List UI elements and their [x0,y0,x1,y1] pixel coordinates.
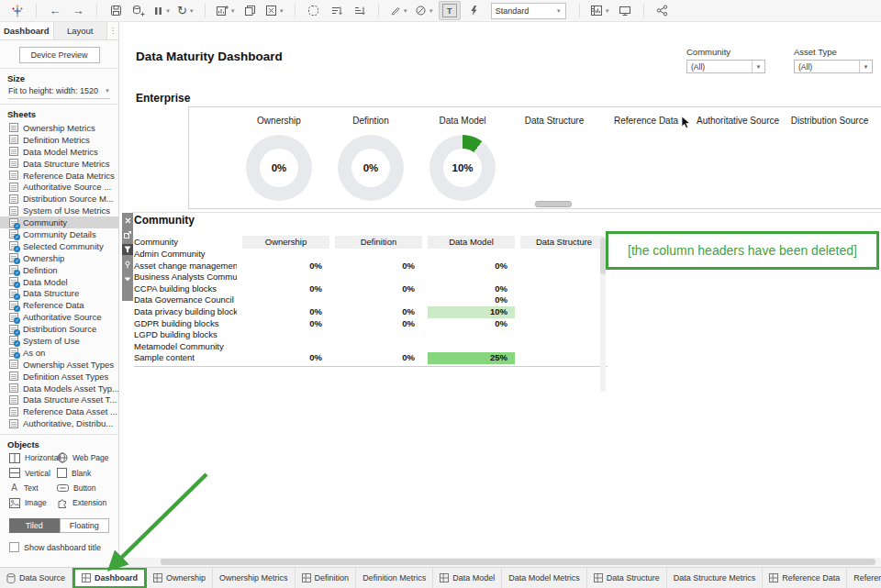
bottom-tab-data-structure[interactable]: Data Structure [587,568,667,588]
bottom-tab-definition-metrics[interactable]: Definition Metrics [356,568,433,588]
fix-axes-button[interactable] [463,2,484,19]
bottom-tab-ownership-metrics[interactable]: Ownership Metrics [213,568,296,588]
table-row-name[interactable]: Asset change management [134,261,237,272]
cell-data-structure[interactable] [520,272,608,283]
sheet-item-definition-metrics[interactable]: Definition Metrics [0,134,118,146]
remove-zone-icon[interactable] [122,215,133,226]
object-text[interactable]: AText [9,483,57,493]
sheet-item-community-details[interactable]: ✓Community Details [0,228,118,240]
object-blank[interactable]: Blank [57,468,115,478]
sheet-item-community[interactable]: ✓Community [0,216,118,228]
object-extension[interactable]: Extension [57,497,115,508]
enterprise-scrollbar-handle[interactable] [535,201,572,207]
fit-select[interactable]: Standard ▼ [491,3,566,19]
show-dashboard-title-checkbox[interactable] [9,542,19,552]
table-row-name[interactable]: LGPD building blocks [134,329,237,341]
sheet-item-definition-asset-types[interactable]: Definition Asset Types [0,371,118,383]
community-filter-select[interactable]: (All) ▼ [686,60,765,73]
sheet-item-authoritative-source[interactable]: ✓Authoritative Source [0,311,118,323]
sheet-item-distribution-source[interactable]: ✓Distribution Source [0,323,118,335]
sheet-item-system-of-use[interactable]: ✓System of Use [0,335,118,347]
cell-ownership[interactable]: 0% [242,352,329,364]
sheet-item-system-of-use-metrics[interactable]: System of Use Metrics [0,205,118,216]
cell-data-model[interactable]: 10% [428,306,515,318]
undo-button[interactable]: ← [45,2,65,19]
cell-data-structure[interactable] [520,352,608,364]
cell-ownership[interactable] [242,249,329,261]
cell-data-model[interactable]: 25% [428,352,515,364]
cell-ownership[interactable] [242,329,329,341]
sheet-item-data-structure-metrics[interactable]: Data Structure Metrics [0,158,118,170]
bottom-tab-dashboard[interactable]: Dashboard [72,567,147,588]
tiled-button[interactable]: Tiled [9,518,60,533]
cell-data-structure[interactable] [520,261,608,272]
cell-data-model[interactable] [428,249,515,261]
bottom-tab-reference-data-metrics[interactable]: Reference Data Metrics [847,568,881,588]
cell-definition[interactable] [335,249,422,261]
sheet-item-as-on[interactable]: ✓As on [0,347,118,359]
new-worksheet-button[interactable]: ▼ [214,2,238,19]
presentation-mode-button[interactable] [615,2,635,19]
run-updates-button[interactable]: ↻ ▼ [175,2,196,19]
cell-ownership[interactable]: 0% [242,261,329,272]
cell-data-structure[interactable] [520,341,608,353]
donut-chart-defintion[interactable]: 0% [338,135,404,201]
cell-definition[interactable] [335,329,422,341]
object-image[interactable]: Image [9,497,57,508]
cell-ownership[interactable]: 0% [242,306,329,318]
clear-sheet-button[interactable]: ▼ [263,2,286,19]
device-preview-button[interactable]: Device Preview [19,47,100,63]
cell-data-model[interactable]: 0% [428,294,515,306]
cell-ownership[interactable] [242,294,329,306]
cell-data-structure[interactable] [520,329,608,341]
sheet-item-reference-data-asset[interactable]: Reference Data Asset ... [0,405,118,417]
table-row-name[interactable]: GDPR building blocks [134,318,237,330]
cell-data-model[interactable] [428,272,515,283]
object-button[interactable]: Button [57,483,115,493]
horizontal-scrollbar-handle[interactable] [161,559,875,565]
cell-ownership[interactable] [242,341,329,353]
sheet-item-data-model-metrics[interactable]: Data Model Metrics [0,146,118,158]
go-to-sheet-icon[interactable] [122,229,133,240]
object-web-page[interactable]: Web Page [57,452,115,463]
object-vertical[interactable]: Vertical [9,468,57,478]
cell-definition[interactable] [335,272,422,283]
bottom-tab-data-structure-metrics[interactable]: Data Structure Metrics [667,568,764,588]
cell-data-model[interactable] [428,341,515,353]
show-mark-labels-button[interactable]: T [439,1,461,20]
enterprise-zone[interactable]: Ownership0%Defintion0%Data Model10%Data … [188,106,881,209]
bottom-tab-data-source[interactable]: Data Source [0,568,72,588]
sheet-item-ownership-metrics[interactable]: Ownership Metrics [0,122,118,134]
save-button[interactable] [106,2,126,19]
sheet-item-ownership-asset-types[interactable]: Ownership Asset Types [0,359,118,371]
cell-ownership[interactable]: 0% [242,318,329,330]
sheet-item-ownership[interactable]: ✓Ownership [0,252,118,264]
pane-options-icon[interactable]: ⋮ [107,22,118,39]
cell-data-structure[interactable] [520,318,608,330]
asset-type-filter-select[interactable]: (All) ▼ [794,60,873,73]
sheet-item-reference-data-metrics[interactable]: Reference Data Metrics [0,170,118,182]
sheet-item-data-model[interactable]: ✓Data Model [0,276,118,288]
sheet-item-defintion[interactable]: ✓Defintion [0,264,118,276]
cell-data-model[interactable] [428,329,515,341]
table-row-name[interactable]: CCPA building blocks [134,283,237,295]
group-members-button[interactable] [304,2,324,19]
sheet-item-data-structure[interactable]: ✓Data Structure [0,287,118,299]
cell-data-model[interactable]: 0% [428,283,515,295]
table-row-name[interactable]: Data privacy building blocks [134,306,237,318]
cell-data-structure[interactable] [520,306,608,318]
sheet-item-data-structure-asset-t[interactable]: Data Structure Asset T... [0,394,118,405]
cell-ownership[interactable] [242,272,329,283]
show-hide-cards-button[interactable]: ▼ [588,2,612,19]
donut-chart-ownership[interactable]: 0% [246,135,312,201]
cell-data-model[interactable]: 0% [428,261,515,272]
cell-data-structure[interactable] [520,294,608,306]
table-row-name[interactable]: Metamodel Community [134,341,237,353]
object-horizontal[interactable]: Horizontal [9,452,57,463]
formatting-button[interactable]: ▼ [413,2,436,19]
pane-tab-layout[interactable]: Layout [54,22,108,39]
sort-ascending-button[interactable] [327,2,347,19]
share-button[interactable] [652,2,673,19]
sheet-item-authoritative-distribu[interactable]: Authoritative, Distribu... [0,417,118,429]
cell-definition[interactable]: 0% [335,283,422,295]
